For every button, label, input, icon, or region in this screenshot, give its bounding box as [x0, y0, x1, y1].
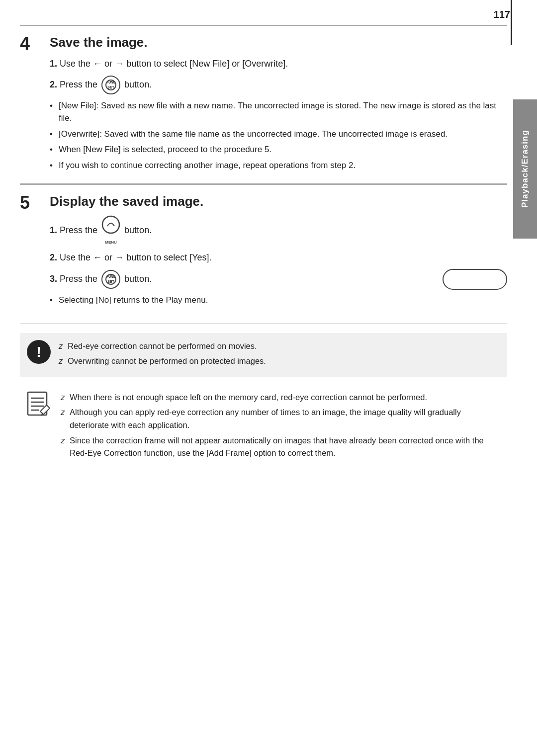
step-5-2-text-after: button to select [Yes].: [126, 252, 211, 262]
section-4-title: Save the image.: [50, 35, 507, 50]
func-set-button-icon-2: [101, 270, 120, 289]
step-1-text-after: button to select [New File] or [Overwrit…: [126, 59, 288, 69]
arrow-right-icon-2: →: [115, 252, 124, 262]
section-5-step-2: 2. Use the ← or → button to select [Yes]…: [50, 250, 507, 265]
warning-note-item-1: Red-eye correction cannot be performed o…: [59, 340, 266, 353]
section-4: 4 Save the image. 1. Use the ← or → butt…: [20, 25, 507, 183]
bullet-5-1: Selecting [No] returns to the Play menu.: [50, 294, 507, 307]
section-divider-5-notes: [20, 324, 507, 324]
info-icon-container: [27, 391, 53, 420]
func-set-inner-ring-2: [105, 274, 116, 285]
warning-icon: !: [27, 340, 51, 364]
section-5-step-1: 1. Press the MENU button.: [50, 215, 507, 246]
info-note-item-3: Since the correction frame will not appe…: [61, 434, 500, 460]
step-5-2-or: or: [104, 252, 115, 262]
section-5-content: Display the saved image. 1. Press the ME…: [50, 194, 507, 319]
info-note-list: When there is not enough space left on t…: [61, 391, 500, 462]
section-4-step-2: 2. Press the button.: [50, 76, 507, 94]
display-image-placeholder: [443, 269, 507, 290]
bullet-4-4: If you wish to continue correcting anoth…: [50, 159, 507, 172]
section-4-steps: 1. Use the ← or → button to select [New …: [50, 56, 507, 94]
section-5-title: Display the saved image.: [50, 194, 507, 209]
func-set-inner-ring-1: [105, 80, 116, 90]
step-2-text-before: Press the: [60, 79, 100, 89]
step-5-3-text-before: Press the: [60, 274, 100, 284]
menu-button-svg: [101, 215, 120, 234]
section-4-content: Save the image. 1. Use the ← or → button…: [50, 35, 507, 183]
section-5-step-3: 3. Press the button.: [50, 270, 152, 289]
warning-note-list: Red-eye correction cannot be performed o…: [59, 340, 266, 370]
step-1-or: or: [104, 59, 115, 69]
menu-label: MENU: [105, 239, 117, 246]
section-4-bullets: [New File]: Saved as new file with a new…: [50, 99, 507, 172]
section-5-bullets: Selecting [No] returns to the Play menu.: [50, 294, 507, 307]
step-5-3-text-after: button.: [124, 274, 152, 284]
step-5-1-num: 1.: [50, 225, 57, 235]
step-5-2-text-before: Use the: [60, 252, 93, 262]
step-5-1-text-after: button.: [124, 225, 152, 235]
bullet-4-1: [New File]: Saved as new file with a new…: [50, 99, 507, 125]
step-1-text-before: Use the: [60, 59, 93, 69]
arrow-left-icon-2: ←: [93, 252, 102, 262]
bullet-4-2: [Overwrite]: Saved with the same file na…: [50, 128, 507, 141]
section-4-step-1: 1. Use the ← or → button to select [New …: [50, 56, 507, 72]
arrow-left-icon-1: ←: [93, 59, 102, 69]
func-set-button-icon-1: [101, 76, 120, 94]
step-2-text-after: button.: [124, 79, 152, 89]
info-icon-svg: [27, 391, 53, 420]
svg-point-0: [102, 216, 119, 233]
section-5-number: 5: [20, 194, 50, 319]
top-rule: [511, 0, 512, 45]
step-5-2-num: 2.: [50, 252, 57, 262]
main-content: 4 Save the image. 1. Use the ← or → butt…: [20, 25, 507, 736]
section-4-number: 4: [20, 35, 50, 183]
bullet-4-3: When [New File] is selected, proceed to …: [50, 143, 507, 156]
warning-note-section: ! Red-eye correction cannot be performed…: [20, 333, 507, 377]
step-1-num: 1.: [50, 59, 57, 69]
section-5-step-3-row: 3. Press the button.: [50, 269, 507, 290]
step-5-1-text-before: Press the: [60, 225, 100, 235]
info-note-item-1: When there is not enough space left on t…: [61, 391, 500, 404]
sidebar-chapter-label: Playback/Erasing: [513, 99, 537, 239]
info-note-item-2: Although you can apply red-eye correctio…: [61, 406, 500, 431]
warning-note-item-2: Overwriting cannot be performed on prote…: [59, 355, 266, 368]
step-2-num: 2.: [50, 79, 57, 89]
info-note-section: When there is not enough space left on t…: [20, 384, 507, 469]
menu-button-icon: MENU: [101, 215, 120, 239]
page-number: 117: [494, 9, 510, 20]
section-5: 5 Display the saved image. 1. Press the …: [20, 184, 507, 319]
step-5-3-num: 3.: [50, 274, 57, 284]
arrow-right-icon-1: →: [115, 59, 124, 69]
